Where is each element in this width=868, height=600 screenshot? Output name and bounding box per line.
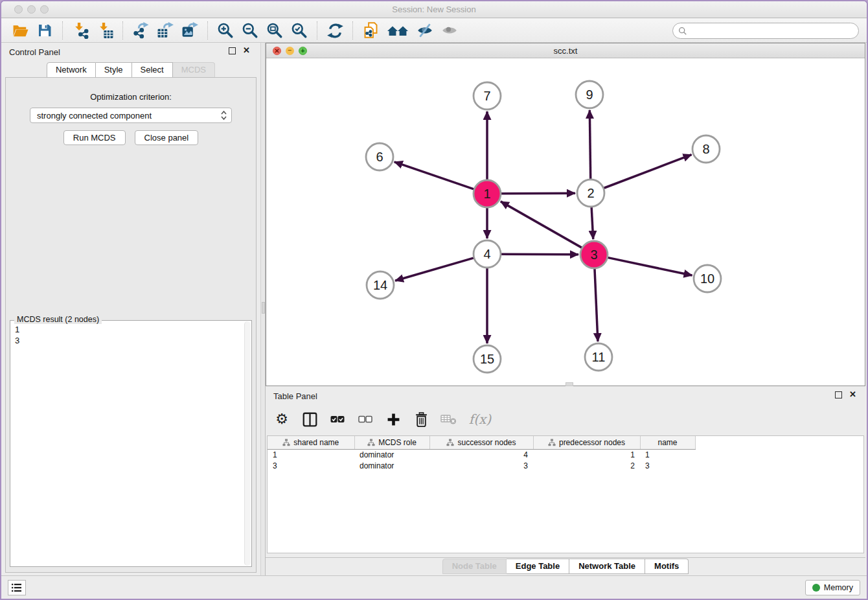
hierarchy-icon bbox=[446, 439, 454, 446]
edge-2-8[interactable] bbox=[604, 155, 692, 189]
fx-icon: f(x) bbox=[469, 411, 491, 427]
close-panel-button[interactable]: Close panel bbox=[135, 130, 199, 145]
node-label-3: 3 bbox=[590, 248, 597, 262]
import-network-icon bbox=[72, 22, 89, 39]
criterion-select[interactable]: strongly connected component bbox=[30, 108, 232, 123]
toolbar-separator bbox=[207, 21, 208, 40]
import-network-button[interactable] bbox=[70, 21, 91, 40]
table-cell[interactable]: 1 bbox=[268, 449, 354, 460]
table-panel-title: Table Panel bbox=[273, 391, 317, 401]
unchecked-boxes-icon bbox=[358, 415, 372, 424]
table-tabs: Node Table Edge Table Network Table Moti… bbox=[266, 557, 865, 574]
create-column-button[interactable] bbox=[382, 408, 404, 430]
edge-2-3[interactable] bbox=[591, 207, 593, 239]
zoom-fit-button[interactable] bbox=[264, 21, 285, 40]
delete-column-button[interactable] bbox=[410, 408, 432, 430]
deselect-all-columns-button[interactable] bbox=[354, 408, 376, 430]
task-history-button[interactable] bbox=[8, 580, 26, 595]
search-field[interactable] bbox=[672, 23, 859, 39]
table-row[interactable]: 3dominator323 bbox=[268, 460, 695, 471]
table-cell[interactable]: dominator bbox=[354, 449, 429, 460]
tab-edge-table[interactable]: Edge Table bbox=[507, 559, 569, 574]
edge-1-2[interactable] bbox=[501, 193, 575, 194]
mcds-panel: Optimization criterion: strongly connect… bbox=[5, 77, 257, 573]
column-header-mcds-role[interactable]: MCDS role bbox=[354, 436, 429, 449]
export-image-button[interactable] bbox=[179, 21, 200, 40]
table-float-panel-icon[interactable] bbox=[835, 391, 842, 398]
export-table-button[interactable] bbox=[155, 21, 176, 40]
edge-4-3[interactable] bbox=[501, 254, 578, 255]
panel-splitter[interactable] bbox=[260, 43, 266, 575]
node-label-8: 8 bbox=[702, 142, 709, 156]
toolbar-separator bbox=[317, 21, 317, 40]
checked-boxes-icon bbox=[330, 415, 345, 424]
export-network-button[interactable] bbox=[130, 21, 151, 40]
show-details-button[interactable] bbox=[439, 21, 460, 40]
import-table-button[interactable] bbox=[95, 21, 115, 40]
edge-3-10[interactable] bbox=[608, 257, 692, 275]
clone-network-icon bbox=[362, 21, 380, 40]
node-label-10: 10 bbox=[700, 271, 714, 286]
splitter-handle[interactable] bbox=[262, 302, 265, 314]
toolbar-separator bbox=[62, 21, 63, 40]
zoom-out-button[interactable] bbox=[240, 21, 260, 40]
edge-1-6[interactable] bbox=[394, 162, 474, 189]
control-panel-title: Control Panel bbox=[9, 47, 60, 57]
save-session-button[interactable] bbox=[34, 21, 55, 40]
tab-select[interactable]: Select bbox=[132, 62, 173, 78]
edge-3-11[interactable] bbox=[595, 268, 598, 341]
hierarchy-icon bbox=[282, 439, 290, 446]
edge-2-9[interactable] bbox=[589, 110, 590, 179]
select-all-columns-button[interactable] bbox=[326, 408, 348, 430]
tab-mcds[interactable]: MCDS bbox=[173, 62, 215, 78]
memory-button[interactable]: Memory bbox=[805, 580, 860, 595]
table-cell[interactable]: dominator bbox=[354, 460, 429, 471]
table-close-panel-icon[interactable]: ✕ bbox=[849, 389, 856, 399]
hide-details-button[interactable] bbox=[415, 21, 435, 40]
result-scrollbar[interactable] bbox=[244, 321, 251, 566]
table-cell[interactable]: 4 bbox=[429, 449, 533, 460]
trash-icon bbox=[415, 412, 428, 427]
status-bar: Memory bbox=[1, 575, 867, 599]
float-panel-icon[interactable] bbox=[229, 47, 236, 54]
network-canvas[interactable]: 7968124314101511 bbox=[266, 58, 865, 386]
table-settings-button[interactable]: ⚙ bbox=[271, 408, 293, 430]
column-header-predecessor-nodes[interactable]: predecessor nodes bbox=[533, 436, 640, 449]
run-mcds-button[interactable]: Run MCDS bbox=[63, 130, 126, 145]
close-panel-icon[interactable]: ✕ bbox=[243, 45, 250, 55]
edge-3-1[interactable] bbox=[501, 202, 582, 248]
table-cell[interactable]: 3 bbox=[640, 460, 695, 471]
network-view-window: ✕ − + scc.txt 7968124314101511 bbox=[266, 43, 865, 386]
tab-node-table[interactable]: Node Table bbox=[442, 559, 507, 574]
column-header-shared-name[interactable]: shared name bbox=[268, 436, 354, 449]
table-cell[interactable]: 3 bbox=[429, 460, 533, 471]
open-session-button[interactable] bbox=[10, 21, 30, 40]
table-cell[interactable]: 3 bbox=[268, 460, 354, 471]
clone-network-button[interactable] bbox=[360, 21, 381, 40]
refresh-button[interactable] bbox=[325, 21, 345, 40]
table-cell[interactable]: 1 bbox=[640, 449, 695, 460]
tab-motifs[interactable]: Motifs bbox=[645, 559, 689, 574]
mcds-result-text[interactable]: 1 3 bbox=[12, 323, 244, 564]
tab-network-table[interactable]: Network Table bbox=[569, 559, 645, 574]
table-row[interactable]: 1dominator411 bbox=[268, 449, 695, 460]
plus-icon bbox=[387, 413, 400, 426]
edge-4-14[interactable] bbox=[395, 258, 474, 281]
table-cell[interactable]: 2 bbox=[533, 460, 640, 471]
table-cell[interactable]: 1 bbox=[533, 449, 640, 460]
zoom-fit-icon bbox=[266, 22, 283, 39]
network-window-titlebar[interactable]: ✕ − + scc.txt bbox=[266, 43, 865, 58]
network-resize-handle[interactable] bbox=[565, 382, 573, 386]
column-header-name[interactable]: name bbox=[640, 436, 695, 449]
column-header-successor-nodes[interactable]: successor nodes bbox=[429, 436, 533, 449]
network-graph[interactable]: 7968124314101511 bbox=[266, 58, 867, 386]
zoom-in-button[interactable] bbox=[215, 21, 236, 40]
tab-style[interactable]: Style bbox=[96, 62, 132, 78]
eye-disabled-icon bbox=[440, 22, 459, 39]
show-columns-button[interactable] bbox=[299, 408, 321, 430]
houses-button[interactable] bbox=[385, 21, 411, 40]
zoom-selected-button[interactable] bbox=[289, 21, 310, 40]
tab-network[interactable]: Network bbox=[47, 62, 96, 78]
delete-table-button-disabled bbox=[438, 408, 460, 430]
search-input[interactable] bbox=[687, 24, 858, 38]
